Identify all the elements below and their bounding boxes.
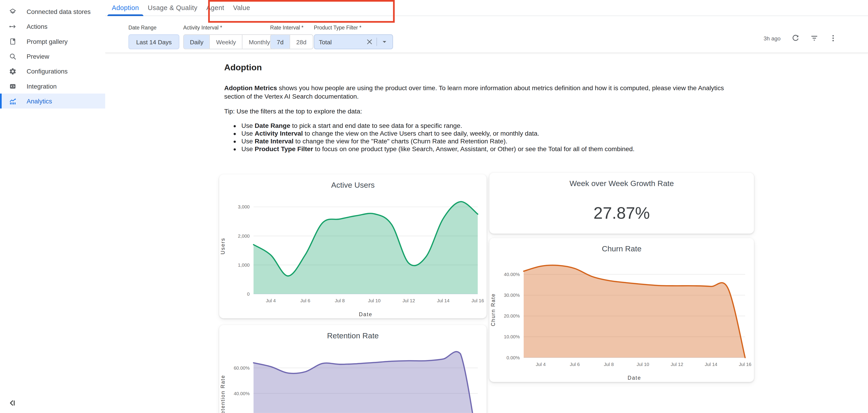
sidebar-item-label: Prompt gallery <box>27 38 68 44</box>
refresh-cluster: 3h ago <box>764 34 837 42</box>
rate-28d-option[interactable]: 28d <box>290 35 313 49</box>
svg-text:Jul 8: Jul 8 <box>604 362 614 367</box>
wow-growth-card: Week over Week Growth Rate 27.87% <box>489 173 754 234</box>
product-type-select[interactable]: Total <box>314 34 393 49</box>
svg-text:0: 0 <box>247 291 250 296</box>
app-window: Connected data stores Actions Prompt gal… <box>0 0 868 413</box>
svg-text:Jul 4: Jul 4 <box>536 362 546 367</box>
svg-text:Jul 6: Jul 6 <box>570 362 580 367</box>
tab-bar: Adoption Usage & Quality Agent Value <box>105 0 868 16</box>
retention-rate-chart[interactable]: 0.00%20.00%40.00%60.00%Jul 4Jul 6Jul 8Ju… <box>219 344 487 413</box>
rate-interval-label: Rate Interval * <box>270 25 313 31</box>
svg-text:Jul 10: Jul 10 <box>368 298 380 303</box>
svg-text:20.00%: 20.00% <box>504 313 520 318</box>
list-item: Use Product Type Filter to focus on one … <box>241 145 739 153</box>
filter-icon[interactable] <box>810 34 818 42</box>
date-range-filter: Date Range Last 14 Days <box>128 25 180 49</box>
product-type-label: Product Type Filter * <box>314 25 393 31</box>
svg-text:Jul 8: Jul 8 <box>335 298 345 303</box>
retention-rate-card: Retention Rate 0.00%20.00%40.00%60.00%Ju… <box>219 325 487 413</box>
page-title: Adoption <box>224 63 739 73</box>
svg-text:2,000: 2,000 <box>238 233 250 239</box>
active-users-chart[interactable]: 01,0002,0003,000Jul 4Jul 6Jul 8Jul 10Jul… <box>219 194 487 318</box>
svg-text:Jul 4: Jul 4 <box>266 298 276 303</box>
chart-title: Churn Rate <box>489 238 754 253</box>
svg-text:Jul 12: Jul 12 <box>671 362 683 367</box>
sidebar-item-configurations[interactable]: Configurations <box>0 64 105 78</box>
last-refreshed-text: 3h ago <box>764 35 781 41</box>
tab-agent[interactable]: Agent <box>202 0 228 15</box>
select-divider <box>376 38 377 46</box>
svg-text:40.00%: 40.00% <box>504 272 520 277</box>
chart-title: Retention Rate <box>219 325 487 340</box>
svg-text:Jul 6: Jul 6 <box>300 298 310 303</box>
product-type-filter: Product Type Filter * Total <box>314 25 393 49</box>
preview-search-icon <box>9 52 17 60</box>
svg-text:40.00%: 40.00% <box>234 391 250 396</box>
sidebar-item-analytics[interactable]: Analytics <box>0 94 105 108</box>
svg-text:30.00%: 30.00% <box>504 292 520 298</box>
tip-line: Tip: Use the filters at the top to explo… <box>224 107 739 115</box>
sidebar-item-label: Preview <box>27 53 49 60</box>
sidebar: Connected data stores Actions Prompt gal… <box>0 0 105 413</box>
date-range-label: Date Range <box>128 25 180 31</box>
tab-usage-quality[interactable]: Usage & Quality <box>143 0 202 15</box>
main-content: Adoption Adoption Metrics shows you how … <box>105 53 868 413</box>
svg-text:Jul 14: Jul 14 <box>437 298 450 303</box>
activity-daily-option[interactable]: Daily <box>184 35 210 49</box>
svg-text:Jul 10: Jul 10 <box>637 362 649 367</box>
svg-text:Users: Users <box>220 238 226 254</box>
sidebar-item-preview[interactable]: Preview <box>0 49 105 63</box>
adoption-description: Adoption Adoption Metrics shows you how … <box>224 63 739 153</box>
rate-interval-filter: Rate Interval * 7d 28d <box>270 25 313 49</box>
activity-weekly-option[interactable]: Weekly <box>210 35 242 49</box>
svg-text:Jul 14: Jul 14 <box>705 362 717 367</box>
sidebar-item-label: Configurations <box>27 68 68 74</box>
svg-text:Churn Rate: Churn Rate <box>490 293 496 326</box>
list-item: Use Date Range to pick a start and end d… <box>241 122 739 129</box>
sidebar-item-actions[interactable]: Actions <box>0 19 105 34</box>
clear-filter-icon[interactable] <box>365 38 373 46</box>
integration-code-icon <box>9 82 17 90</box>
kebab-menu-icon[interactable] <box>829 34 837 42</box>
rate-7d-option[interactable]: 7d <box>271 35 290 49</box>
intro-paragraph: Adoption Metrics shows you how people ar… <box>224 84 739 100</box>
churn-rate-card: Churn Rate 0.00%10.00%20.00%30.00%40.00%… <box>489 238 754 382</box>
chart-title: Active Users <box>219 174 487 189</box>
actions-icon <box>9 22 17 30</box>
tab-value[interactable]: Value <box>229 0 255 15</box>
growth-rate-value: 27.87% <box>489 192 754 233</box>
topbar: Adoption Usage & Quality Agent Value Dat… <box>105 0 868 53</box>
prompt-gallery-icon <box>9 37 17 45</box>
sidebar-item-connected-data-stores[interactable]: Connected data stores <box>0 4 105 19</box>
rate-interval-segmented: 7d 28d <box>270 34 313 49</box>
sidebar-item-label: Actions <box>27 23 47 30</box>
svg-text:Date: Date <box>628 375 641 381</box>
svg-text:Jul 12: Jul 12 <box>402 298 415 303</box>
refresh-icon[interactable] <box>792 34 799 42</box>
data-stores-icon <box>9 7 17 15</box>
svg-text:Jul 16: Jul 16 <box>739 362 751 367</box>
analytics-chart-icon <box>9 97 17 105</box>
sidebar-item-label: Integration <box>27 83 57 89</box>
svg-text:Retention Rate: Retention Rate <box>220 375 226 413</box>
sidebar-item-integration[interactable]: Integration <box>0 78 105 93</box>
chevron-down-icon[interactable] <box>380 38 388 46</box>
collapse-sidebar-icon[interactable] <box>8 399 17 408</box>
svg-text:Date: Date <box>359 311 372 317</box>
activity-interval-filter: Activity Interval * Daily Weekly Monthly <box>183 25 277 49</box>
list-item: Use Rate Interval to change the view for… <box>241 137 739 146</box>
tips-list: Use Date Range to pick a start and end d… <box>224 122 739 153</box>
date-range-chip[interactable]: Last 14 Days <box>128 34 180 49</box>
svg-text:10.00%: 10.00% <box>504 334 520 339</box>
svg-text:Jul 16: Jul 16 <box>471 298 484 303</box>
product-type-value: Total <box>319 39 366 45</box>
tab-adoption[interactable]: Adoption <box>107 0 143 15</box>
sidebar-item-prompt-gallery[interactable]: Prompt gallery <box>0 34 105 49</box>
active-users-card: Active Users 01,0002,0003,000Jul 4Jul 6J… <box>219 174 487 318</box>
svg-text:1,000: 1,000 <box>238 262 250 267</box>
list-item: Use Activity Interval to change the view… <box>241 129 739 137</box>
sidebar-item-label: Analytics <box>27 98 52 104</box>
churn-rate-chart[interactable]: 0.00%10.00%20.00%30.00%40.00%Jul 4Jul 6J… <box>489 257 754 382</box>
svg-text:60.00%: 60.00% <box>234 365 250 371</box>
